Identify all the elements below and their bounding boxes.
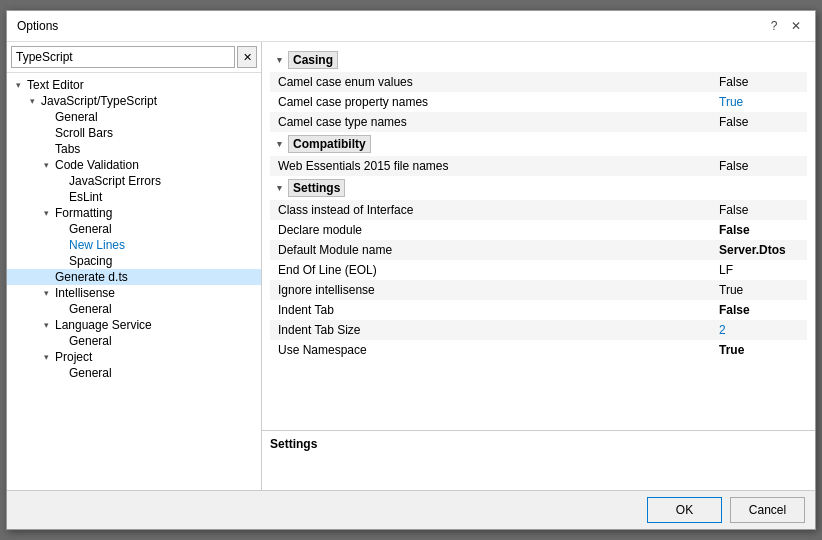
help-button[interactable]: ? xyxy=(765,17,783,35)
section-expand-settings: ▾ xyxy=(272,181,286,195)
option-name: Web Essentials 2015 file names xyxy=(278,159,719,173)
option-name: End Of Line (EOL) xyxy=(278,263,719,277)
option-name: Indent Tab Size xyxy=(278,323,719,337)
tree-label-general4: General xyxy=(69,334,112,348)
section-expand-compatibility: ▾ xyxy=(272,137,286,151)
tree-label-generate-dts: Generate d.ts xyxy=(55,270,128,284)
expand-icon-lang-service: ▾ xyxy=(39,318,53,332)
tree-label-js-errors: JavaScript Errors xyxy=(69,174,161,188)
expand-icon-eslint xyxy=(53,190,67,204)
option-row-2: Default Module nameServer.Dtos xyxy=(270,240,807,260)
expand-icon-spacing xyxy=(53,254,67,268)
bottom-label: Settings xyxy=(270,437,317,451)
option-row-6: Indent Tab Size2 xyxy=(270,320,807,340)
option-name: Camel case enum values xyxy=(278,75,719,89)
tree-label-general2: General xyxy=(69,222,112,236)
option-row-4: Ignore intellisenseTrue xyxy=(270,280,807,300)
option-row-0: Web Essentials 2015 file namesFalse xyxy=(270,156,807,176)
option-name: Camel case property names xyxy=(278,95,719,109)
expand-icon-project: ▾ xyxy=(39,350,53,364)
option-value: False xyxy=(719,203,799,217)
tree-item-generate-dts[interactable]: Generate d.ts xyxy=(7,269,261,285)
expand-icon-formatting: ▾ xyxy=(39,206,53,220)
tree: ▾Text Editor▾JavaScript/TypeScriptGenera… xyxy=(7,73,261,490)
tree-label-general5: General xyxy=(69,366,112,380)
expand-icon-new-lines xyxy=(53,238,67,252)
expand-icon-js-ts: ▾ xyxy=(25,94,39,108)
tree-label-general1: General xyxy=(55,110,98,124)
option-name: Class instead of Interface xyxy=(278,203,719,217)
tree-item-lang-service[interactable]: ▾Language Service xyxy=(7,317,261,333)
right-panel: ▾CasingCamel case enum valuesFalseCamel … xyxy=(262,42,815,490)
tree-item-new-lines[interactable]: New Lines xyxy=(7,237,261,253)
option-row-7: Use NamespaceTrue xyxy=(270,340,807,360)
tree-item-spacing[interactable]: Spacing xyxy=(7,253,261,269)
option-name: Declare module xyxy=(278,223,719,237)
tree-item-text-editor[interactable]: ▾Text Editor xyxy=(7,77,261,93)
option-row-2: Camel case type namesFalse xyxy=(270,112,807,132)
ok-button[interactable]: OK xyxy=(647,497,722,523)
tree-label-spacing: Spacing xyxy=(69,254,112,268)
options-dialog: Options ? ✕ ✕ ▾Text Editor▾JavaScript/Ty… xyxy=(6,10,816,530)
tree-item-formatting[interactable]: ▾Formatting xyxy=(7,205,261,221)
tree-item-tabs[interactable]: Tabs xyxy=(7,141,261,157)
section-header-casing[interactable]: ▾Casing xyxy=(270,48,807,72)
tree-label-new-lines: New Lines xyxy=(69,238,125,252)
expand-icon-tabs xyxy=(39,142,53,156)
search-input[interactable] xyxy=(11,46,235,68)
expand-icon-scroll-bars xyxy=(39,126,53,140)
close-button[interactable]: ✕ xyxy=(787,17,805,35)
tree-label-intellisense: Intellisense xyxy=(55,286,115,300)
option-row-1: Declare moduleFalse xyxy=(270,220,807,240)
tree-item-general4[interactable]: General xyxy=(7,333,261,349)
tree-item-js-errors[interactable]: JavaScript Errors xyxy=(7,173,261,189)
expand-icon-general4 xyxy=(53,334,67,348)
section-expand-casing: ▾ xyxy=(272,53,286,67)
tree-label-text-editor: Text Editor xyxy=(27,78,84,92)
section-header-settings[interactable]: ▾Settings xyxy=(270,176,807,200)
tree-item-general5[interactable]: General xyxy=(7,365,261,381)
expand-icon-intellisense: ▾ xyxy=(39,286,53,300)
tree-item-general1[interactable]: General xyxy=(7,109,261,125)
left-panel: ✕ ▾Text Editor▾JavaScript/TypeScriptGene… xyxy=(7,42,262,490)
tree-label-code-validation: Code Validation xyxy=(55,158,139,172)
option-name: Ignore intellisense xyxy=(278,283,719,297)
tree-label-tabs: Tabs xyxy=(55,142,80,156)
search-bar: ✕ xyxy=(7,42,261,73)
option-value: False xyxy=(719,115,799,129)
option-row-3: End Of Line (EOL)LF xyxy=(270,260,807,280)
tree-item-js-ts[interactable]: ▾JavaScript/TypeScript xyxy=(7,93,261,109)
bottom-section: Settings xyxy=(262,430,815,490)
option-value: False xyxy=(719,75,799,89)
cancel-button[interactable]: Cancel xyxy=(730,497,805,523)
expand-icon-general3 xyxy=(53,302,67,316)
content-area: ✕ ▾Text Editor▾JavaScript/TypeScriptGene… xyxy=(7,42,815,490)
options-content: ▾CasingCamel case enum valuesFalseCamel … xyxy=(262,42,815,430)
tree-item-intellisense[interactable]: ▾Intellisense xyxy=(7,285,261,301)
option-value: False xyxy=(719,223,799,237)
tree-item-general2[interactable]: General xyxy=(7,221,261,237)
tree-item-general3[interactable]: General xyxy=(7,301,261,317)
section-header-compatibility[interactable]: ▾Compatibilty xyxy=(270,132,807,156)
tree-item-project[interactable]: ▾Project xyxy=(7,349,261,365)
option-value: LF xyxy=(719,263,799,277)
tree-item-scroll-bars[interactable]: Scroll Bars xyxy=(7,125,261,141)
expand-icon-generate-dts xyxy=(39,270,53,284)
option-value: False xyxy=(719,303,799,317)
tree-item-eslint[interactable]: EsLint xyxy=(7,189,261,205)
expand-icon-general5 xyxy=(53,366,67,380)
tree-label-eslint: EsLint xyxy=(69,190,102,204)
search-clear-button[interactable]: ✕ xyxy=(237,46,257,68)
tree-label-js-ts: JavaScript/TypeScript xyxy=(41,94,157,108)
option-value: Server.Dtos xyxy=(719,243,799,257)
option-value: True xyxy=(719,343,799,357)
option-value: False xyxy=(719,159,799,173)
tree-item-code-validation[interactable]: ▾Code Validation xyxy=(7,157,261,173)
expand-icon-code-validation: ▾ xyxy=(39,158,53,172)
option-name: Use Namespace xyxy=(278,343,719,357)
title-bar: Options ? ✕ xyxy=(7,11,815,42)
expand-icon-text-editor: ▾ xyxy=(11,78,25,92)
section-title-settings: Settings xyxy=(288,179,345,197)
expand-icon-general2 xyxy=(53,222,67,236)
option-value: True xyxy=(719,283,799,297)
